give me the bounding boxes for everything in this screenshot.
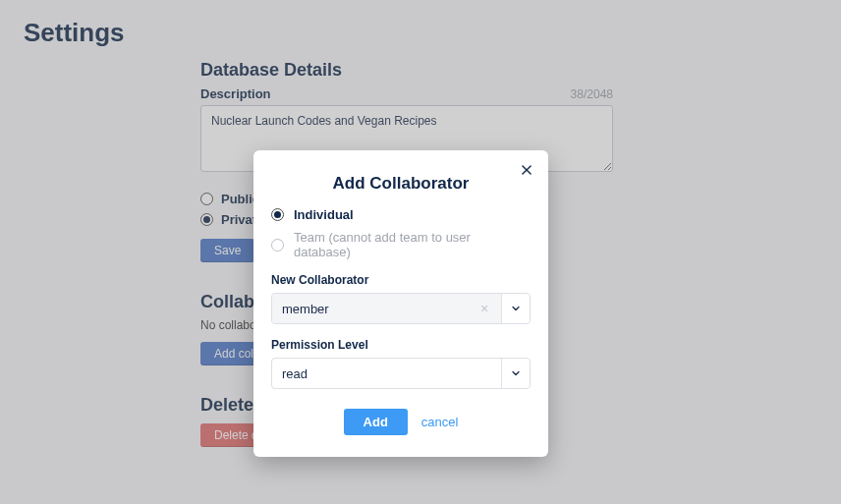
new-collaborator-combobox[interactable]: member × bbox=[271, 293, 531, 324]
modal-title: Add Collaborator bbox=[271, 174, 531, 194]
close-icon[interactable] bbox=[517, 160, 536, 180]
permission-level-label: Permission Level bbox=[271, 338, 531, 352]
new-collaborator-value: member bbox=[282, 302, 472, 316]
permission-level-value: read bbox=[282, 366, 491, 381]
collaborator-type-team: Team (cannot add team to user database) bbox=[271, 230, 531, 259]
clear-icon[interactable]: × bbox=[477, 302, 491, 315]
permission-level-select[interactable]: read bbox=[271, 358, 531, 389]
radio-icon bbox=[271, 239, 284, 252]
new-collaborator-label: New Collaborator bbox=[271, 273, 531, 287]
collaborator-type-individual-label: Individual bbox=[294, 207, 354, 222]
radio-icon bbox=[271, 208, 284, 221]
collaborator-type-team-label: Team (cannot add team to user database) bbox=[294, 230, 531, 259]
modal-add-button[interactable]: Add bbox=[344, 409, 408, 435]
add-collaborator-modal: Add Collaborator Individual Team (cannot… bbox=[253, 150, 548, 457]
modal-cancel-button[interactable]: cancel bbox=[421, 415, 459, 429]
chevron-down-icon[interactable] bbox=[502, 359, 530, 388]
collaborator-type-individual[interactable]: Individual bbox=[271, 207, 531, 222]
chevron-down-icon[interactable] bbox=[502, 294, 530, 323]
